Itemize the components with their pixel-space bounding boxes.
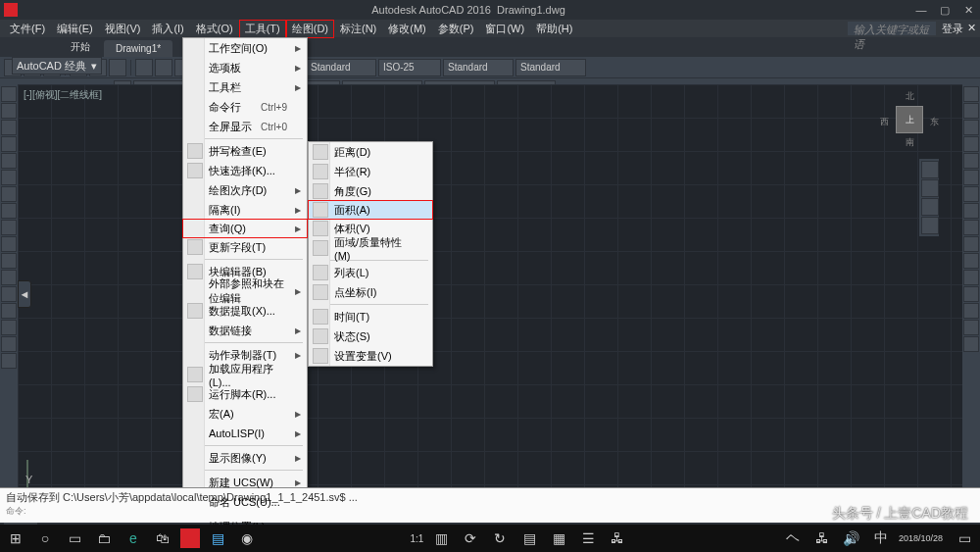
fillet-icon[interactable] [963,220,979,235]
tools-menu-item-1[interactable]: 选项板▶ [183,58,307,77]
maximize-button[interactable]: ▢ [937,4,953,17]
viewcube-west[interactable]: 西 [880,116,889,128]
tb-copy-icon[interactable] [155,59,172,76]
viewcube-north[interactable]: 北 [906,90,914,103]
action-center-icon[interactable]: ▭ [953,527,976,550]
search-input[interactable]: 输入关键字或短语 [848,22,936,35]
tools-menu-item-0[interactable]: 工作空间(O)▶ [183,38,307,58]
block-icon[interactable] [1,353,17,369]
move-icon[interactable] [963,86,979,102]
tray-f-icon[interactable]: ☰ [576,527,600,550]
poly-icon[interactable] [1,170,17,185]
query-menu-item-1[interactable]: 半径(R) [309,162,432,181]
taskview-icon[interactable]: ▭ [63,527,86,550]
tools-menu-item-7[interactable]: 快速选择(K)... [183,161,307,180]
query-menu-item-12[interactable]: 设置变量(V) [309,346,432,366]
tools-menu-item-10[interactable]: 查询(Q)▶ [182,219,308,238]
ray-icon[interactable] [1,286,17,302]
tools-menu-item-9[interactable]: 隔离(I)▶ [183,200,307,220]
menu-draw[interactable]: 绘图(D) [286,20,334,38]
tools-menu-item-2[interactable]: 工具栏▶ [183,77,307,97]
nav-wheel-icon[interactable] [921,161,939,178]
menu-dimension[interactable]: 标注(N) [334,20,382,38]
tb-cut-icon[interactable] [135,59,153,76]
query-menu-item-11[interactable]: 状态(S) [309,326,432,346]
signin-link[interactable]: 登录 [942,22,963,36]
tools-menu-item-20[interactable]: 运行脚本(R)... [183,384,307,404]
nav-pan-icon[interactable] [921,179,939,197]
scale-icon[interactable] [963,136,979,152]
region-icon[interactable] [1,303,17,319]
point-icon[interactable] [1,236,17,252]
menu-parametric[interactable]: 参数(P) [432,20,480,38]
pline-icon[interactable] [1,103,17,119]
break-icon[interactable] [963,320,979,335]
chamfer-icon[interactable] [963,236,979,252]
tools-menu-item-16[interactable]: 数据链接▶ [183,321,307,340]
taskbar-app-icon[interactable]: ▤ [206,527,229,550]
menu-insert[interactable]: 插入(I) [146,20,189,38]
spline-icon[interactable] [1,253,17,269]
menu-help[interactable]: 帮助(H) [530,20,578,38]
tools-menu-item-19[interactable]: 加载应用程序(L)... [183,365,307,384]
tb-redo-icon[interactable] [109,59,126,76]
mirror-icon[interactable] [963,153,979,169]
stretch-icon[interactable] [963,303,979,319]
text-icon[interactable] [1,220,17,235]
rect-icon[interactable] [1,153,17,169]
tools-menu-item-24[interactable]: 显示图像(Y)▶ [183,448,307,468]
tools-menu-item-21[interactable]: 宏(A)▶ [183,404,307,424]
trim-icon[interactable] [963,186,979,202]
tray-net-icon[interactable]: 🖧 [810,527,834,550]
nav-zoom-icon[interactable] [921,198,939,216]
tools-menu-item-3[interactable]: 命令行Ctrl+9 [183,97,307,117]
rotate-icon[interactable] [963,120,979,135]
textstyle-dropdown[interactable]: Standard [306,59,376,76]
menu-file[interactable]: 文件(F) [4,20,51,38]
palette-collapse-tab[interactable]: ◄ [18,280,31,308]
tools-menu-item-14[interactable]: 外部参照和块在位编辑▶ [183,281,307,301]
tools-menu-item-4[interactable]: 全屏显示Ctrl+0 [183,117,307,136]
tray-vol-icon[interactable]: 🔊 [840,527,863,550]
infocenter-close-icon[interactable]: ✕ [967,22,976,36]
explode-icon[interactable] [963,286,979,302]
viewport-controls[interactable]: [-][俯视][二维线框] [24,88,102,102]
tray-g-icon[interactable]: 🖧 [606,527,629,550]
tray-ime-icon[interactable]: 中 [869,527,893,550]
menu-window[interactable]: 窗口(W) [479,20,530,38]
menu-view[interactable]: 视图(V) [99,20,147,38]
nav-orbit-icon[interactable] [921,217,939,234]
menu-format[interactable]: 格式(O) [190,20,239,38]
query-menu-item-5[interactable]: 面域/质量特性(M) [309,238,432,258]
menu-edit[interactable]: 编辑(E) [51,20,99,38]
explorer-icon[interactable]: 🗀 [92,527,116,550]
tray-b-icon[interactable]: ⟳ [459,527,482,550]
workspace-dropdown[interactable]: AutoCAD 经典▾ [12,57,102,75]
tray-c-icon[interactable]: ↻ [488,527,512,550]
extend-icon[interactable] [963,203,979,219]
offset-icon[interactable] [963,170,979,185]
query-menu-item-3[interactable]: 面积(A) [308,200,433,220]
query-menu-item-2[interactable]: 角度(G) [309,181,432,201]
tools-menu-item-11[interactable]: 更新字段(T) [183,237,307,257]
view-cube[interactable]: 上 北 南 西 东 [880,90,939,149]
xline-icon[interactable] [1,270,17,285]
store-icon[interactable]: 🛍 [151,527,174,550]
tools-menu-item-22[interactable]: AutoLISP(I)▶ [183,424,307,443]
tray-up-icon[interactable]: ヘ [781,527,805,550]
table-icon[interactable] [1,320,17,335]
mlstyle-dropdown[interactable]: Standard [515,59,586,76]
query-menu-item-0[interactable]: 距离(D) [309,142,432,162]
ellipse-icon[interactable] [1,186,17,202]
mtext-icon[interactable] [1,336,17,352]
start-button[interactable]: ⊞ [4,527,27,550]
search-icon[interactable]: ○ [33,527,57,550]
tray-a-icon[interactable]: ▥ [429,527,453,550]
minimize-button[interactable]: — [913,4,929,17]
tablestyle-dropdown[interactable]: Standard [443,59,514,76]
dimstyle-dropdown[interactable]: ISO-25 [378,59,441,76]
tools-menu-item-15[interactable]: 数据提取(X)... [183,301,307,321]
tools-menu-item-8[interactable]: 绘图次序(D)▶ [183,180,307,200]
autocad-task-icon[interactable] [180,528,200,548]
circle-icon[interactable] [1,120,17,135]
